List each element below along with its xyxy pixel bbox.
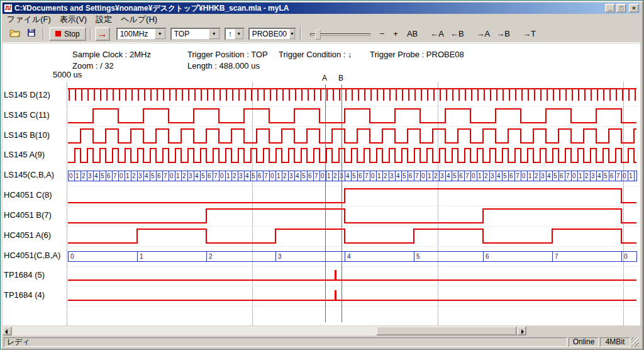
open-file-button[interactable] (8, 27, 23, 41)
save-button[interactable] (24, 27, 39, 41)
svg-text:0: 0 (70, 253, 74, 260)
svg-text:3: 3 (591, 172, 595, 179)
svg-text:2: 2 (585, 172, 589, 179)
svg-text:2: 2 (233, 172, 236, 179)
menu-view[interactable]: 表示(V) (55, 13, 91, 26)
dropdown-arrow-icon[interactable]: ▼ (235, 29, 243, 39)
svg-text:2: 2 (535, 172, 538, 179)
dropdown-arrow-icon[interactable]: ▼ (155, 29, 165, 39)
svg-text:7: 7 (164, 172, 167, 179)
zoom-slider[interactable] (310, 28, 370, 40)
resize-grip[interactable] (631, 337, 639, 347)
toolbar: Stop → 100MHz ▼ TOP ▼ ↑ ▼ PROBE00 ▼ − + … (3, 25, 640, 43)
svg-text:4: 4 (296, 172, 299, 179)
svg-text:6: 6 (107, 172, 111, 179)
svg-text:4: 4 (145, 172, 148, 179)
goto-a-right-button[interactable]: →A (475, 28, 492, 40)
svg-text:7: 7 (113, 172, 117, 179)
dropdown-arrow-icon[interactable]: ▼ (209, 29, 219, 39)
svg-text:2: 2 (384, 172, 387, 179)
svg-text:1: 1 (176, 172, 180, 179)
left-arrow-icon (5, 329, 8, 334)
right-arrow-icon (521, 329, 524, 334)
dropdown-arrow-icon[interactable]: ▼ (289, 29, 295, 39)
svg-text:1: 1 (528, 172, 532, 179)
svg-text:7: 7 (465, 172, 469, 179)
svg-text:6: 6 (208, 172, 211, 179)
toolbar-separator (300, 28, 301, 40)
svg-text:6: 6 (308, 172, 312, 179)
svg-text:4: 4 (547, 172, 551, 179)
svg-text:0: 0 (69, 172, 73, 179)
svg-text:5: 5 (402, 172, 406, 179)
zoom-in-button[interactable]: + (391, 28, 400, 40)
svg-text:2: 2 (484, 172, 488, 179)
svg-text:5: 5 (151, 172, 155, 179)
svg-text:3: 3 (239, 172, 243, 179)
minimize-button[interactable]: _ (605, 4, 615, 13)
svg-text:0: 0 (371, 172, 375, 179)
info-trigger-probe: Trigger Probe : PROBE08 (370, 50, 464, 59)
menu-settings[interactable]: 設定 (91, 13, 116, 26)
svg-text:4: 4 (94, 172, 98, 179)
timebase-label: 5000 us (53, 70, 82, 79)
svg-text:3: 3 (289, 172, 293, 179)
status-memory: 4MBit (600, 337, 630, 347)
svg-text:0: 0 (321, 172, 325, 179)
svg-text:2: 2 (333, 172, 337, 179)
close-button[interactable]: × (629, 4, 639, 13)
scroll-left-button[interactable] (3, 326, 12, 336)
trigger-position-value: TOP (172, 30, 209, 38)
zoom-ab-button[interactable]: AB (405, 28, 419, 40)
svg-text:3: 3 (491, 172, 494, 179)
marker-label-b: B (338, 74, 343, 82)
svg-text:1: 1 (629, 172, 633, 179)
trigger-edge-select[interactable]: ↑ ▼ (225, 28, 245, 40)
menu-help[interactable]: ヘルプ(H) (116, 13, 162, 26)
menu-file[interactable]: ファイル(F) (3, 13, 55, 26)
toolbar-separator (43, 28, 44, 40)
goto-a-left-button[interactable]: ←A (428, 28, 446, 40)
scroll-right-button[interactable] (517, 326, 526, 336)
marker-label-a: A (322, 74, 327, 82)
svg-text:1: 1 (579, 172, 582, 179)
goto-b-left-button[interactable]: ←B (448, 28, 466, 40)
svg-text:7: 7 (616, 172, 620, 179)
sample-clock-select[interactable]: 100MHz ▼ (116, 28, 167, 40)
svg-text:4: 4 (347, 253, 351, 260)
svg-text:3: 3 (189, 172, 192, 179)
info-length: Length : 488.000 us (187, 61, 260, 71)
svg-text:5: 5 (503, 172, 507, 179)
info-trigger-position: Trigger Position : TOP (187, 50, 268, 59)
svg-text:4: 4 (447, 172, 450, 179)
stop-icon (55, 31, 61, 37)
scrollbar-thumb[interactable] (376, 326, 517, 336)
info-sample-clock: Sample Clock : 2MHz (72, 50, 151, 59)
goto-b-right-button[interactable]: →B (494, 28, 512, 40)
svg-text:6: 6 (459, 172, 463, 179)
status-ready: レディ (4, 337, 567, 347)
waveform-plot[interactable]: 0123456701234567012345670123456701234567… (0, 82, 640, 326)
svg-text:3: 3 (138, 172, 142, 179)
zoom-slider-thumb[interactable] (315, 30, 321, 40)
svg-text:6: 6 (509, 172, 513, 179)
run-button[interactable]: → (95, 27, 110, 41)
svg-text:5: 5 (604, 172, 608, 179)
toolbar-separator (90, 28, 91, 40)
stop-label: Stop (64, 30, 80, 38)
svg-text:0: 0 (170, 172, 174, 179)
titlebar[interactable]: C:¥Documents and Settings¥noname¥デスクトップ¥… (3, 3, 640, 14)
trigger-probe-select[interactable]: PROBE00 ▼ (248, 28, 296, 40)
stop-button[interactable]: Stop (49, 27, 86, 41)
svg-text:7: 7 (264, 172, 268, 179)
maximize-button[interactable]: □ (616, 4, 626, 13)
svg-text:6: 6 (610, 172, 614, 179)
horizontal-scrollbar[interactable] (3, 326, 526, 336)
svg-text:2: 2 (434, 172, 438, 179)
trigger-position-select[interactable]: TOP ▼ (170, 28, 221, 40)
svg-text:1: 1 (126, 172, 130, 179)
zoom-out-button[interactable]: − (378, 28, 387, 40)
goto-trigger-button[interactable]: →T (521, 28, 538, 40)
svg-text:2: 2 (283, 172, 287, 179)
svg-text:5: 5 (453, 172, 457, 179)
